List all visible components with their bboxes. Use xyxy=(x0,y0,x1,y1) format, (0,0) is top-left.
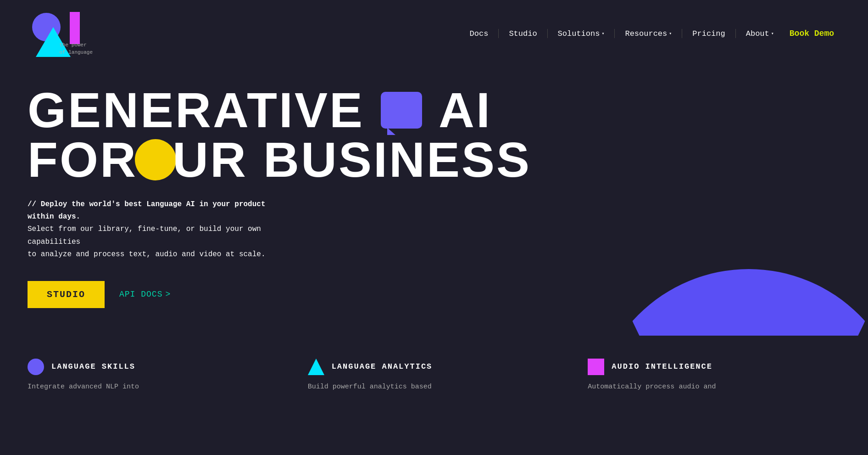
nav-divider-2 xyxy=(547,29,548,38)
nav-divider-4 xyxy=(682,29,682,38)
language-analytics-icon xyxy=(308,359,324,375)
language-analytics-desc: Build powerful analytics based xyxy=(308,382,561,393)
hero-subtitle: // Deploy the world's best Language AI i… xyxy=(28,198,284,261)
resources-dropdown-icon: ▾ xyxy=(669,31,672,36)
logo[interactable]: the power of language xyxy=(28,8,92,59)
hero-section: GENERATIVE AI FOR UR BUSINESS // Deploy … xyxy=(0,67,868,336)
about-dropdown-icon: ▾ xyxy=(771,31,774,36)
audio-intelligence-icon xyxy=(588,359,604,375)
nav-studio[interactable]: Studio xyxy=(502,26,543,42)
nav-links: Docs Studio Solutions ▾ Resources ▾ Pric… xyxy=(463,25,840,42)
audio-intelligence-title: AUDIO INTELLIGENCE xyxy=(612,362,712,371)
chat-bubble-icon xyxy=(381,92,422,129)
yellow-o-decoration xyxy=(135,139,176,180)
api-docs-arrow: > xyxy=(165,290,171,299)
features-section: LANGUAGE SKILLS Integrate advanced NLP i… xyxy=(0,336,868,393)
nav-solutions[interactable]: Solutions ▾ xyxy=(551,26,611,42)
headline-ai: AI xyxy=(439,85,492,135)
logo-tagline: the power of language xyxy=(59,42,93,56)
nav-resources[interactable]: Resources ▾ xyxy=(618,26,678,42)
nav-docs[interactable]: Docs xyxy=(463,26,495,42)
headline-generative: GENERATIVE xyxy=(28,85,364,135)
audio-intelligence-desc: Automatically process audio and xyxy=(588,382,840,393)
feature-audio-intelligence-header: AUDIO INTELLIGENCE xyxy=(588,359,840,375)
feature-language-analytics-header: LANGUAGE ANALYTICS xyxy=(308,359,561,375)
nav-about[interactable]: About ▾ xyxy=(740,26,780,42)
language-analytics-title: LANGUAGE ANALYTICS xyxy=(332,362,433,371)
language-skills-title: LANGUAGE SKILLS xyxy=(51,362,135,371)
main-nav: the power of language Docs Studio Soluti… xyxy=(0,0,868,67)
studio-button[interactable]: STUDIO xyxy=(28,281,105,308)
solutions-dropdown-icon: ▾ xyxy=(601,31,604,36)
nav-divider-5 xyxy=(735,29,736,38)
headline-ur-business: UR BUSINESS xyxy=(172,135,531,185)
nav-pricing[interactable]: Pricing xyxy=(686,26,731,42)
feature-language-skills-header: LANGUAGE SKILLS xyxy=(28,359,280,375)
nav-divider-3 xyxy=(614,29,615,38)
language-skills-icon xyxy=(28,359,44,375)
language-skills-desc: Integrate advanced NLP into xyxy=(28,382,280,393)
logo-rect-shape xyxy=(70,12,80,44)
headline-for: FOR xyxy=(28,135,138,185)
api-docs-link[interactable]: API DOCS > xyxy=(119,290,171,299)
feature-audio-intelligence: AUDIO INTELLIGENCE Automatically process… xyxy=(588,359,840,393)
hero-cta: STUDIO API DOCS > xyxy=(28,281,840,308)
feature-language-skills: LANGUAGE SKILLS Integrate advanced NLP i… xyxy=(28,359,280,393)
nav-book-demo[interactable]: Book Demo xyxy=(783,25,840,42)
feature-language-analytics: LANGUAGE ANALYTICS Build powerful analyt… xyxy=(308,359,561,393)
hero-headline: GENERATIVE AI FOR UR BUSINESS xyxy=(28,85,840,185)
nav-divider-1 xyxy=(498,29,499,38)
